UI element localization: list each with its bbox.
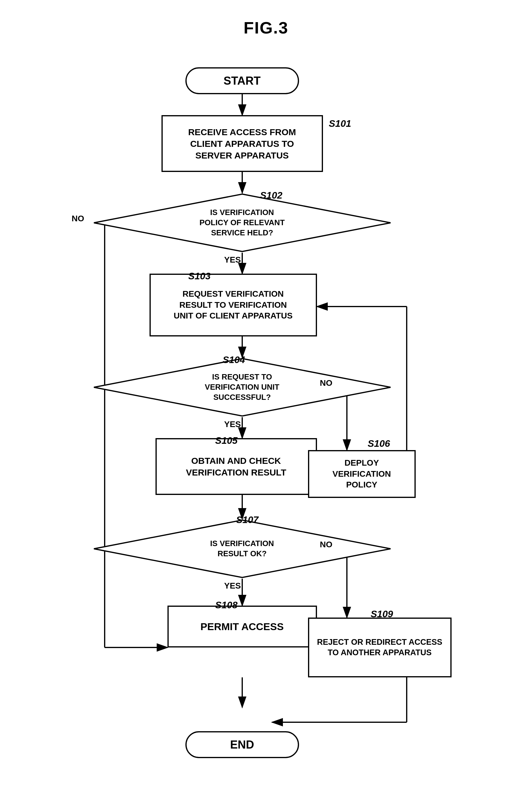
start-node: START [185,67,299,94]
s104-diamond: IS REQUEST TO VERIFICATION UNIT SUCCESSF… [93,357,392,417]
s107-diamond: IS VERIFICATION RESULT OK? [93,519,392,579]
s105-node: OBTAIN AND CHECK VERIFICATION RESULT [155,438,317,495]
s104-yes-label: YES [224,420,241,429]
s108-node: PERMIT ACCESS [168,606,317,647]
s101-node: RECEIVE ACCESS FROM CLIENT APPARATUS TO … [162,115,323,172]
page: FIG.3 [0,0,532,791]
s109-label: S109 [371,609,393,620]
s105-label: S105 [215,435,238,446]
end-node: END [185,731,299,758]
s106-node: DEPLOY VERIFICATION POLICY [308,450,416,498]
s104-no-label: NO [320,378,332,388]
s102-no-label: NO [72,214,84,223]
s102-diamond: IS VERIFICATION POLICY OF RELEVANT SERVI… [93,193,392,253]
s108-label: S108 [215,600,238,611]
s101-label: S101 [329,118,352,129]
flowchart: START RECEIVE ACCESS FROM CLIENT APPARAT… [57,55,475,773]
s103-label: S103 [188,271,211,282]
figure-title: FIG.3 [243,18,288,37]
s102-yes-label: YES [224,255,241,265]
s102-label: S102 [260,190,283,201]
s107-no-label: NO [320,540,332,549]
s104-label: S104 [223,354,245,365]
s107-label: S107 [236,514,259,526]
s106-label: S106 [368,438,390,449]
s103-node: REQUEST VERIFICATION RESULT TO VERIFICAT… [150,273,317,337]
s107-yes-label: YES [224,581,241,591]
s109-node: REJECT OR REDIRECT ACCESS TO ANOTHER APP… [308,618,452,677]
